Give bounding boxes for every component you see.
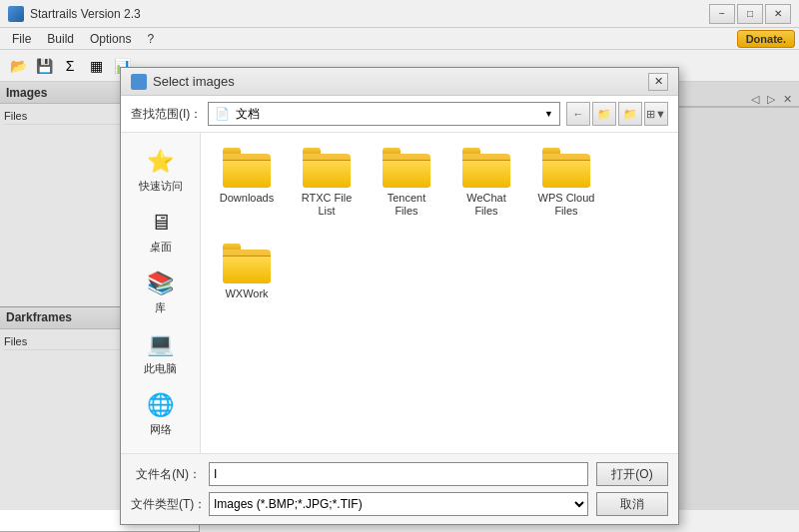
app-title: Startrails Version 2.3 [30, 7, 141, 21]
desktop-icon: 🖥 [150, 210, 172, 236]
filename-input[interactable] [209, 462, 588, 486]
tool-open[interactable]: 📂 [6, 54, 30, 78]
file-label-wechat: WeChat Files [455, 192, 517, 218]
open-button[interactable]: 打开(O) [596, 462, 668, 486]
tool-grid[interactable]: ▦ [84, 54, 108, 78]
file-label-rtxc: RTXC File List [296, 192, 358, 218]
tool-sigma[interactable]: Σ [58, 54, 82, 78]
dialog-sidebar: ⭐ 快速访问 🖥 桌面 📚 库 💻 此电脑 [121, 133, 201, 453]
app-icon [8, 6, 24, 22]
dialog-location-icon: 📄 [215, 107, 230, 121]
file-item-rtxc[interactable]: RTXC File List [291, 143, 363, 223]
menu-build[interactable]: Build [39, 30, 82, 48]
folder-icon-downloads [223, 148, 271, 188]
thispc-icon: 💻 [147, 331, 174, 357]
dialog-title-label: Select images [153, 74, 235, 89]
network-icon: 🌐 [147, 392, 174, 418]
dialog-title-bar: Select images ✕ [121, 68, 678, 96]
dialog-new-folder-button[interactable]: 📁 [618, 102, 642, 126]
library-label: 库 [155, 300, 166, 315]
dialog-location-arrow: ▼ [544, 109, 553, 119]
file-label-tencent: Tencent Files [376, 192, 437, 218]
filename-label: 文件名(N)： [131, 466, 201, 483]
donate-area: Donate. [737, 30, 795, 48]
title-bar-buttons: − □ ✕ [709, 4, 791, 24]
menu-options[interactable]: Options [82, 30, 139, 48]
dialog-overlay: Select images ✕ 查找范围(I)： 📄 文档 ▼ ← 📁 [0, 82, 799, 510]
dialog-toolbar: 查找范围(I)： 📄 文档 ▼ ← 📁 📁 ⊞▼ [121, 96, 678, 133]
footer-filetype-row: 文件类型(T)： Images (*.BMP;*.JPG;*.TIF) 取消 [131, 492, 668, 516]
file-item-wechat[interactable]: WeChat Files [450, 143, 522, 223]
folder-icon-wechat [462, 148, 510, 188]
sidebar-item-thispc[interactable]: 💻 此电脑 [121, 323, 200, 384]
folder-icon-wps [542, 148, 590, 188]
file-label-wxwork: WXWork [225, 287, 268, 300]
folder-icon-rtxc [303, 148, 351, 188]
quickaccess-label: 快速访问 [139, 179, 183, 194]
dialog-title-icon [131, 74, 147, 90]
dialog-title-text: Select images [131, 74, 235, 90]
tool-save[interactable]: 💾 [32, 54, 56, 78]
maximize-button[interactable]: □ [737, 4, 763, 24]
file-label-downloads: Downloads [220, 192, 274, 205]
sidebar-item-network[interactable]: 🌐 网络 [121, 384, 200, 445]
dialog-location-select[interactable]: 📄 文档 ▼ [208, 102, 560, 126]
dialog-view-button[interactable]: ⊞▼ [644, 102, 668, 126]
select-images-dialog: Select images ✕ 查找范围(I)： 📄 文档 ▼ ← 📁 [120, 67, 679, 525]
close-button[interactable]: ✕ [765, 4, 791, 24]
file-item-downloads[interactable]: Downloads [211, 143, 283, 223]
menu-bar: File Build Options ? Donate. [0, 28, 799, 50]
file-item-tencent[interactable]: Tencent Files [371, 143, 442, 223]
network-label: 网络 [150, 422, 172, 437]
footer-filename-row: 文件名(N)： 打开(O) [131, 462, 668, 486]
file-label-wps: WPS Cloud Files [535, 192, 597, 218]
menu-file[interactable]: File [4, 30, 39, 48]
folder-icon-wxwork [223, 244, 271, 283]
dialog-up-folder-button[interactable]: 📁 [592, 102, 616, 126]
file-grid: Downloads RTXC File List [201, 133, 678, 453]
file-item-wps[interactable]: WPS Cloud Files [530, 143, 602, 223]
library-icon: 📚 [147, 270, 174, 296]
donate-button[interactable]: Donate. [737, 30, 795, 48]
dialog-back-button[interactable]: ← [566, 102, 590, 126]
sidebar-item-quickaccess[interactable]: ⭐ 快速访问 [121, 141, 200, 202]
dialog-content: ⭐ 快速访问 🖥 桌面 📚 库 💻 此电脑 [121, 133, 678, 453]
dialog-location-text: 文档 [236, 106, 260, 123]
right-content: Selection| Foreground (averaged) Result … [200, 82, 799, 532]
thispc-label: 此电脑 [144, 361, 177, 376]
minimize-button[interactable]: − [709, 4, 735, 24]
dialog-location-label: 查找范围(I)： [131, 106, 202, 123]
folder-icon-tencent [383, 148, 430, 188]
dialog-close-button[interactable]: ✕ [648, 73, 668, 91]
menu-help[interactable]: ? [139, 30, 162, 48]
sidebar-item-desktop[interactable]: 🖥 桌面 [121, 202, 200, 263]
sidebar-item-library[interactable]: 📚 库 [121, 263, 200, 323]
desktop-label: 桌面 [150, 240, 172, 255]
cancel-button[interactable]: 取消 [596, 492, 668, 516]
filetype-label: 文件类型(T)： [131, 496, 201, 513]
filetype-select[interactable]: Images (*.BMP;*.JPG;*.TIF) [209, 492, 588, 516]
file-item-wxwork[interactable]: WXWork [211, 239, 283, 305]
dialog-footer: 文件名(N)： 打开(O) 文件类型(T)： Images (*.BMP;*.J… [121, 453, 678, 524]
title-bar: Startrails Version 2.3 − □ ✕ [0, 0, 799, 28]
dialog-nav-buttons: ← 📁 📁 ⊞▼ [566, 102, 668, 126]
quickaccess-icon: ⭐ [147, 149, 174, 175]
main-layout: Images 📌 ✕ Files Darkframes 📌 ✕ Files [0, 82, 799, 532]
